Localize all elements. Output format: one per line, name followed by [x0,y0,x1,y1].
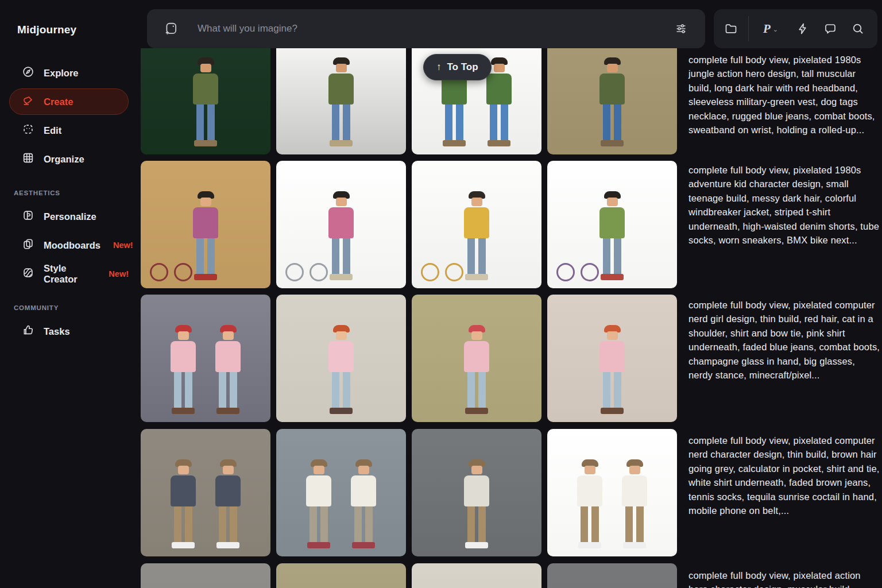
character-figure [459,459,494,548]
thumbs-up-icon [22,324,34,339]
prompt-input[interactable] [196,22,668,35]
style-creator-icon [22,266,34,281]
sidebar-item-label: Create [44,96,73,107]
sidebar-item-label: Explore [44,68,79,79]
character-figure [595,325,629,414]
character-figure [166,459,200,548]
pixel-art-preview [141,563,270,588]
moodboards-icon [22,238,34,253]
sidebar-item-style-creator[interactable]: Style Creator New! [0,261,129,287]
image-plus-icon[interactable] [158,16,184,41]
sidebar-item-explore[interactable]: Explore [0,60,129,86]
image-prompt-text[interactable]: complete full body view, pixelated compu… [688,434,881,517]
pixel-art-preview [547,429,677,556]
chat-icon[interactable] [817,15,844,42]
paintbrush-icon [22,94,34,109]
pixel-art-preview [276,161,406,288]
gallery-image-tile[interactable] [276,161,406,288]
character-figure [617,459,652,548]
pixel-art-preview [547,161,677,288]
sidebar-item-label: Moodboards [44,240,100,251]
character-figure [595,191,629,280]
pixel-art-preview [276,429,406,556]
image-prompt-text[interactable]: complete full body view, pixelated 1980s… [688,163,881,247]
arrow-up-icon: ↑ [436,61,442,73]
image-prompt-text[interactable]: complete full body view, pixelated 1980s… [688,53,881,137]
profile-p-glyph: P [763,22,771,36]
section-label-aesthetics: AESTHETICS [0,175,138,201]
search-icon[interactable] [844,15,872,42]
sidebar-item-edit[interactable]: Edit [0,117,129,144]
character-figure [166,325,200,414]
gallery-image-tile[interactable] [412,161,541,288]
pixel-art-preview [412,161,541,288]
prompt-bar [147,9,705,48]
new-badge: New! [113,241,133,250]
character-figure [211,325,245,414]
sidebar-item-tasks[interactable]: Tasks [0,318,129,345]
image-prompt-text[interactable]: complete full body view, pixelated actio… [688,568,881,588]
sidebar-item-create[interactable]: Create [9,88,129,115]
gallery-image-tile[interactable] [412,295,541,422]
profile-p-selector[interactable]: P ⌄ [752,15,789,42]
character-figure [188,57,223,146]
gallery-image-tile[interactable] [141,563,270,588]
sidebar-item-moodboards[interactable]: Moodboards New! [0,232,129,258]
pixel-art-preview [412,295,541,422]
folder-icon[interactable] [717,15,745,42]
gallery-image-tile[interactable] [412,563,541,588]
gallery-image-tile[interactable] [276,295,406,422]
top-bar: P ⌄ [138,0,882,48]
sliders-icon[interactable] [668,16,694,41]
grid-icon [22,152,34,167]
sidebar: Midjourney Explore Create [0,0,138,588]
pixel-art-preview [547,563,677,588]
gallery-image-tile[interactable] [141,295,270,422]
character-figure [346,459,381,548]
midjourney-logo[interactable]: Midjourney [17,24,76,36]
sidebar-item-label: Edit [44,125,61,136]
personalize-icon [22,209,34,224]
gallery-image-tile[interactable] [141,429,270,556]
gallery-image-tile[interactable] [547,563,677,588]
section-label-community: COMMUNITY [0,289,138,316]
pixel-art-preview [276,295,406,422]
character-figure [459,325,494,414]
gallery-image-tile[interactable] [547,429,677,556]
chevron-down-icon: ⌄ [773,26,778,33]
sidebar-item-personalize[interactable]: Personalize [0,203,129,230]
gallery-image-tile[interactable] [276,429,406,556]
new-badge: New! [109,269,129,278]
gallery-image-tile[interactable] [547,161,677,288]
gallery-image-tile[interactable] [412,429,541,556]
character-figure [211,459,245,548]
pixel-art-preview [141,295,270,422]
pixel-art-preview [141,429,270,556]
pixel-art-preview [141,161,270,288]
compass-icon [22,65,34,80]
pixel-art-preview [276,563,406,588]
gallery-image-tile[interactable] [276,563,406,588]
sidebar-item-organize[interactable]: Organize [0,146,129,172]
lightning-icon[interactable] [789,15,817,42]
sidebar-item-label: Tasks [44,326,70,337]
character-figure [324,325,358,414]
image-prompt-text[interactable]: complete full body view, pixelated compu… [688,298,881,382]
sidebar-nav: Explore Create Edit [0,57,138,347]
sidebar-item-label: Personalize [44,211,96,222]
to-top-button[interactable]: ↑ To Top [423,54,492,80]
pixel-art-preview [412,429,541,556]
pixel-art-preview [547,295,677,422]
gallery-image-tile[interactable] [547,295,677,422]
main-content: complete full body view, pixelated 1980s… [138,0,882,588]
character-figure [324,57,358,146]
gallery-image-tile[interactable] [141,161,270,288]
toolbar: P ⌄ [714,9,877,48]
sidebar-item-label: Organize [44,154,84,165]
character-figure [301,459,336,548]
character-figure [324,191,358,280]
character-figure [595,57,629,146]
character-figure [188,191,223,280]
character-figure [572,459,607,548]
sidebar-item-label: Style Creator [44,263,96,285]
